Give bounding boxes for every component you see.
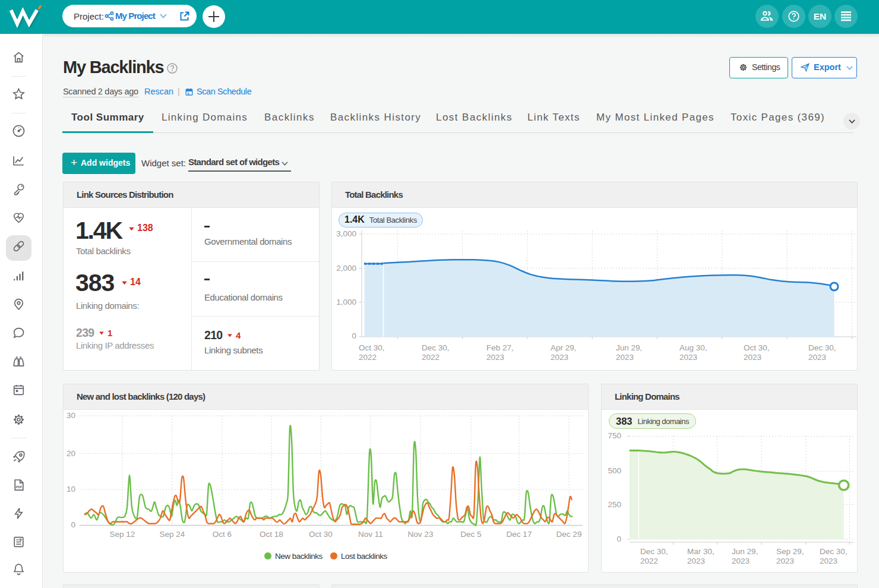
svg-text:PDF: PDF [16,485,23,489]
